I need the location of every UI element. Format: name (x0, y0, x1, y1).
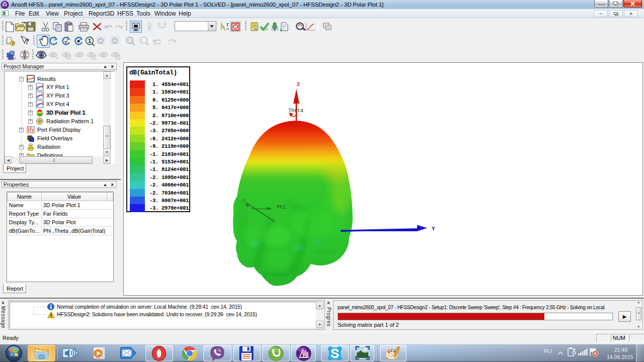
svg-text:Phi: Phi (277, 205, 286, 210)
svg-text:Y: Y (432, 226, 435, 232)
svg-text:x: x (243, 198, 246, 204)
svg-text:?: ? (12, 41, 15, 46)
svg-text:?: ? (25, 38, 29, 46)
svg-text:Theta: Theta (288, 108, 303, 114)
svg-text:1: 1 (88, 38, 91, 44)
svg-text:Z: Z (297, 81, 300, 87)
